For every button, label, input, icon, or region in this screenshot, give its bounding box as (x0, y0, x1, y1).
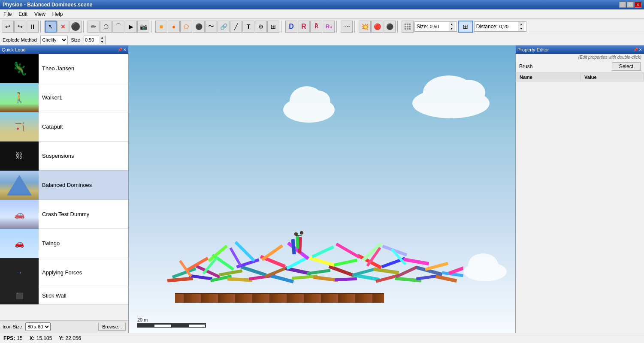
pencil-button[interactable]: ✏ (88, 21, 100, 33)
main-toolbar: ↩ ↪ ⏸ ↖ ✕ ⚫ ✏ ⬡ ⌒ ▶ 📷 ■ ● ⬠ ⚫ 〜 🔗 ╱ T ⚙ … (0, 19, 644, 34)
size-control: Size: ▲ ▼ (414, 21, 457, 32)
list-item[interactable]: → Applying Forces (0, 258, 128, 287)
thumb-crash-test-dummy: 🚗 (0, 200, 39, 229)
separator-7 (397, 21, 400, 33)
ball-small-button[interactable]: ⚫ (193, 21, 205, 33)
letter-tools-group: D R R̃ Rᵤ (285, 21, 335, 33)
grid-button[interactable] (402, 21, 414, 33)
distance-down-button[interactable]: ▼ (518, 27, 524, 31)
dominoes-triangle-svg (6, 175, 32, 196)
redo-button[interactable]: ↪ (14, 21, 26, 33)
list-item[interactable]: ⛓ Suspensions (0, 141, 128, 171)
text-button[interactable]: T (242, 21, 254, 33)
title-bar: Physion - Balanced Dominoes.scene ─ □ ✕ (0, 0, 644, 9)
explode-method-select[interactable]: Circlify Random Linear (40, 36, 68, 44)
line-curve-button[interactable]: 〜 (205, 21, 217, 33)
label-applying-forces: Applying Forces (39, 268, 85, 277)
size-down-button[interactable]: ▼ (449, 27, 455, 31)
browse-button[interactable]: Browse... (98, 323, 126, 331)
pause-button[interactable]: ⏸ (27, 21, 39, 33)
thumb-stick-wall: ⬛ (0, 287, 39, 304)
size-up-button[interactable]: ▲ (449, 22, 455, 27)
svg-rect-55 (291, 239, 296, 255)
prop-select-button[interactable]: Select (612, 62, 641, 71)
fps-display: FPS: 15 (3, 335, 23, 341)
icon-size-select[interactable]: 80 x 60 64 x 48 96 x 72 (25, 322, 51, 331)
camera-button[interactable]: 📷 (137, 21, 149, 33)
undo-redo-group: ↩ ↪ ⏸ (2, 21, 39, 33)
distance-input[interactable] (499, 24, 517, 29)
explode-method-label: Explode Method (3, 37, 37, 42)
rectangle-button[interactable]: ■ (155, 21, 167, 33)
list-item[interactable]: 🚗 Crash Test Dummy (0, 200, 128, 229)
curve-button[interactable]: ⌒ (112, 21, 124, 33)
size-spinner: ▲ ▼ (84, 36, 106, 44)
menu-file[interactable]: File (0, 10, 15, 18)
menu-view[interactable]: View (31, 10, 49, 18)
snap-button[interactable]: ⊞ (458, 21, 473, 33)
scale-right-tick (205, 325, 206, 328)
prop-pin-button[interactable]: 📌 (633, 48, 638, 52)
dominoes-pile-svg (163, 209, 463, 295)
list-item[interactable]: ⬛ Stick Wall (0, 287, 128, 304)
size-spin-up[interactable]: ▲ (99, 36, 105, 40)
undo-button[interactable]: ↩ (2, 21, 14, 33)
select-tool-button[interactable]: ↖ (45, 21, 57, 33)
close-button[interactable]: ✕ (635, 2, 641, 8)
distance-up-button[interactable]: ▲ (518, 22, 524, 27)
cloud-1 (283, 97, 335, 123)
menu-edit[interactable]: Edit (15, 10, 31, 18)
gear-button[interactable]: ⚙ (255, 21, 267, 33)
prop-brush-row: Brush Select (516, 60, 644, 72)
label-suspensions: Suspensions (39, 151, 77, 161)
pentagon-button[interactable]: ⬠ (180, 21, 192, 33)
ball-tool-button[interactable]: ⚫ (70, 21, 82, 33)
list-item[interactable]: 🏹 Catapult (0, 112, 128, 141)
maximize-button[interactable]: □ (627, 2, 634, 8)
separator-3 (151, 21, 154, 33)
export-button[interactable]: ⊞ (267, 21, 279, 33)
scale-line-container (137, 323, 206, 328)
label-theo-jansen: Theo Jansen (39, 63, 78, 73)
list-item[interactable]: 🚗 Twingo (0, 229, 128, 258)
canvas-area[interactable]: 20 m (129, 45, 515, 333)
r-tool-button[interactable]: R (298, 21, 310, 33)
minimize-button[interactable]: ─ (619, 2, 626, 8)
explode2-button[interactable]: 🔴 (371, 21, 383, 33)
close-panel-button[interactable]: ✕ (123, 48, 127, 52)
size-input[interactable] (430, 24, 447, 29)
list-item[interactable]: 🦎 Theo Jansen (0, 54, 128, 83)
erase-button[interactable]: ✕ (57, 21, 69, 33)
size-spin-down[interactable]: ▼ (99, 40, 105, 44)
property-editor-header: Property Editor 📌 ✕ (516, 45, 644, 54)
svg-rect-26 (373, 268, 399, 274)
svg-rect-41 (261, 244, 284, 261)
explode1-button[interactable]: 💥 (359, 21, 371, 33)
menu-help[interactable]: Help (49, 10, 67, 18)
separator-6 (354, 21, 357, 33)
gun-button[interactable]: ▶ (125, 21, 137, 33)
pr-tool-button[interactable]: R̃ (310, 21, 322, 33)
svg-rect-38 (403, 258, 429, 265)
list-item[interactable]: Balanced Dominoes (0, 171, 128, 200)
x-value: 15.105 (36, 335, 52, 341)
pin-button[interactable]: 📌 (118, 48, 122, 52)
svg-rect-57 (296, 235, 299, 249)
status-bar: FPS: 15 X: 15.105 Y: 22.056 (0, 333, 644, 343)
svg-rect-24 (329, 265, 355, 277)
x-display: X: 15.105 (30, 335, 52, 341)
thumb-catapult: 🏹 (0, 112, 39, 141)
d-tool-button[interactable]: D (285, 21, 297, 33)
explode3-button[interactable]: ⚫ (384, 21, 396, 33)
prop-close-button[interactable]: ✕ (639, 48, 642, 52)
size-spin-input[interactable] (84, 36, 99, 44)
list-item[interactable]: 🚶 Walker1 (0, 83, 128, 112)
stamp-button[interactable]: ⬡ (100, 21, 112, 33)
chain-button[interactable]: 🔗 (218, 21, 230, 33)
circle-button[interactable]: ● (168, 21, 180, 33)
pu-tool-button[interactable]: Rᵤ (323, 21, 335, 33)
svg-rect-34 (309, 256, 335, 267)
line-button[interactable]: ╱ (230, 21, 242, 33)
wave-button[interactable]: 〰 (341, 21, 353, 33)
col-name-header: Name (516, 73, 581, 81)
